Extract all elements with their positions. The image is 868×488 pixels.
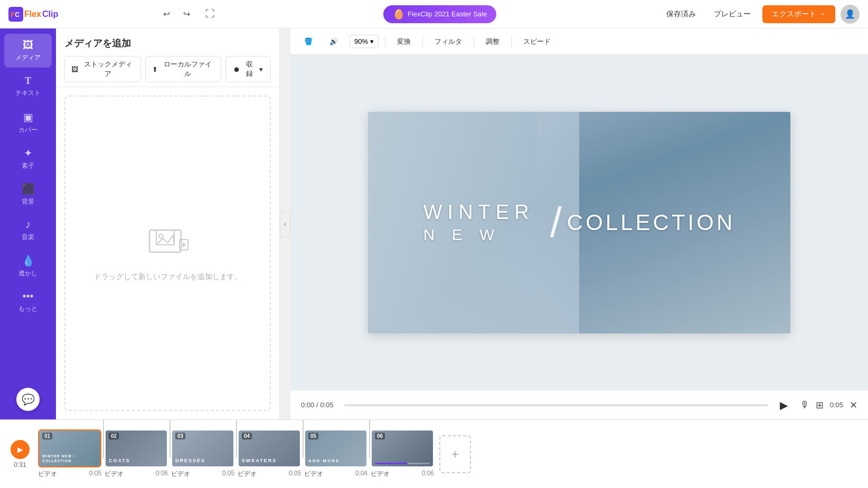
chat-button[interactable]: 💬 — [16, 388, 40, 411]
header: F C FlexClip テスト ↩ ↪ ⛶ 🥚 FlexClip 2021 E… — [0, 0, 868, 28]
bg-icon: ⬛ — [22, 183, 35, 195]
clip-thumb-1[interactable]: 01 WINTER NEW / COLLECTION — [38, 429, 101, 467]
media-tabs: 🖼 ストックメディア ⬆ ローカルファイル ⏺ 収録 ▾ — [56, 56, 279, 87]
volume-button[interactable]: 🔊 — [324, 35, 343, 47]
watermark-icon: 💧 — [22, 254, 35, 267]
cover-icon: ▣ — [23, 111, 33, 123]
progress-bar[interactable] — [344, 404, 768, 406]
clip-thumb-5[interactable]: 05 AND MORE — [304, 429, 367, 467]
export-button[interactable]: エクスポート → — [762, 5, 835, 23]
clip-label-5: ビデオ — [304, 470, 323, 479]
clip-separator-2[interactable] — [169, 420, 171, 458]
preview-canvas: WINTER N E W / COLLECTION — [290, 55, 868, 390]
close-preview-button[interactable]: ✕ — [850, 399, 857, 411]
split-button[interactable]: ⊞ — [816, 399, 824, 411]
clip-separator-4[interactable] — [303, 420, 304, 458]
zoom-chevron-icon: ▾ — [370, 37, 374, 45]
media-drop-area[interactable]: ドラッグして新しいファイルを追加します。 — [64, 95, 271, 411]
header-actions: 保存済み プレビュー エクスポート → 👤 — [660, 5, 860, 24]
sidebar-item-watermark[interactable]: 💧 透かし — [4, 249, 52, 283]
clip-thumb-2[interactable]: 02 COATS — [105, 429, 168, 467]
sidebar-item-elements[interactable]: ✦ 素子 — [4, 141, 52, 175]
record-chevron-icon: ▾ — [259, 65, 263, 73]
sidebar-item-text[interactable]: T テキスト — [4, 70, 52, 103]
svg-text:C: C — [15, 11, 20, 18]
title-input[interactable]: テスト — [68, 10, 152, 18]
media-panel-title: メディアを追加 — [56, 28, 279, 56]
controls-right: 🎙 ⊞ 0:05 ✕ — [800, 399, 857, 411]
svg-text:F: F — [11, 11, 15, 18]
toolbar-separator-4 — [511, 35, 512, 48]
svg-marker-7 — [183, 242, 186, 247]
sidebar-item-cover[interactable]: ▣ カバー — [4, 106, 52, 139]
clip-num-6: 06 — [375, 433, 385, 439]
play-button[interactable]: ▶ — [775, 396, 794, 415]
clip-num-2: 02 — [109, 433, 119, 439]
zoom-selector[interactable]: 90% ▾ — [350, 35, 379, 48]
redo-button[interactable]: ↪ — [178, 6, 194, 22]
music-icon: ♪ — [25, 218, 31, 231]
drop-text: ドラッグして新しいファイルを追加します。 — [94, 272, 242, 282]
sidebar-item-bg[interactable]: ⬛ 背景 — [4, 177, 52, 211]
adjust-button[interactable]: 調整 — [480, 35, 505, 49]
clip-overlay-3: DRESSES — [175, 458, 230, 463]
save-button[interactable]: 保存済み — [660, 6, 702, 22]
logo: F C FlexClip — [8, 7, 61, 22]
clip-info-2: ビデオ 0:06 — [105, 470, 168, 479]
video-title-left: WINTER N E W — [423, 201, 534, 244]
undo-button[interactable]: ↩ — [158, 6, 174, 22]
timeline: ▶ 0:31 01 WINTER NEW / COLLECTION ビデオ 0:… — [0, 419, 868, 488]
tab-stock-media[interactable]: 🖼 ストックメディア — [64, 56, 141, 82]
filter-button[interactable]: フィルタ — [429, 35, 467, 49]
clip-thumb-4[interactable]: 04 SWEATERS — [238, 429, 301, 467]
microphone-button[interactable]: 🎙 — [800, 399, 809, 410]
sidebar-item-music[interactable]: ♪ 音楽 — [4, 213, 52, 247]
timeline-play-button[interactable]: ▶ — [11, 440, 30, 459]
total-time-display: 0:05 — [320, 401, 333, 409]
clip-label-4: ビデオ — [238, 470, 257, 479]
clip-overlay-2: COATS — [109, 458, 164, 463]
sidebar-item-more[interactable]: ••• もっと — [4, 285, 52, 319]
clip-item-5: 05 AND MORE ビデオ 0:04 — [304, 429, 367, 479]
main: 🖼 メディア T テキスト ▣ カバー ✦ 素子 ⬛ 背景 ♪ 音楽 💧 透かし… — [0, 28, 868, 419]
clip-duration-6: 0:06 — [422, 470, 434, 479]
add-clip-button[interactable]: + — [439, 435, 471, 473]
clip-info-6: ビデオ 0:06 — [371, 470, 434, 479]
sidebar-label-media: メディア — [15, 53, 41, 62]
header-center: 🥚 FlexClip 2021 Easter Sale — [226, 5, 654, 23]
easter-sale-button[interactable]: 🥚 FlexClip 2021 Easter Sale — [383, 5, 496, 23]
fullscreen-button[interactable]: ⛶ — [201, 5, 220, 24]
clip-item-4: 04 SWEATERS ビデオ 0:05 — [238, 429, 301, 479]
tab-local-file[interactable]: ⬆ ローカルファイル — [145, 56, 221, 82]
clip-thumb-6[interactable]: 06 — [371, 429, 434, 467]
sidebar-item-media[interactable]: 🖼 メディア — [4, 34, 52, 68]
playback-duration: 0:05 — [830, 401, 843, 409]
media-icon: 🖼 — [23, 39, 33, 51]
clip-separator-5[interactable] — [369, 420, 370, 458]
clip-num-3: 03 — [175, 433, 185, 439]
drop-placeholder-icon — [147, 225, 189, 264]
tab-record[interactable]: ⏺ 収録 ▾ — [225, 56, 271, 82]
fill-tool-button[interactable]: 🪣 — [299, 35, 318, 47]
fill-icon: 🪣 — [304, 37, 313, 45]
volume-icon: 🔊 — [329, 37, 338, 45]
preview-button[interactable]: プレビュー — [707, 6, 757, 22]
transform-button[interactable]: 変換 — [392, 35, 416, 49]
easter-sale-label: FlexClip 2021 Easter Sale — [408, 10, 487, 18]
clip-label-1: ビデオ — [38, 470, 57, 479]
clip-item-3: 03 DRESSES ビデオ 0:05 — [171, 429, 234, 479]
speed-button[interactable]: スピード — [518, 35, 556, 49]
clip-separator-3[interactable] — [236, 420, 237, 458]
clip-separator-1[interactable] — [103, 420, 104, 458]
clip-duration-5: 0:04 — [355, 470, 367, 479]
zoom-label: 90% — [354, 37, 368, 45]
video-background: WINTER N E W / COLLECTION — [368, 112, 790, 333]
total-duration: 0:31 — [14, 461, 26, 468]
clip-item-1: 01 WINTER NEW / COLLECTION ビデオ 0:05 — [38, 429, 101, 479]
clip-thumb-3[interactable]: 03 DRESSES — [171, 429, 234, 467]
egg-icon: 🥚 — [393, 8, 404, 20]
collapse-panel-button[interactable]: ‹ — [280, 211, 290, 237]
clip-item-6: 06 ビデオ 0:06 — [371, 429, 434, 479]
clip-num-5: 05 — [308, 433, 318, 439]
avatar[interactable]: 👤 — [841, 5, 860, 24]
